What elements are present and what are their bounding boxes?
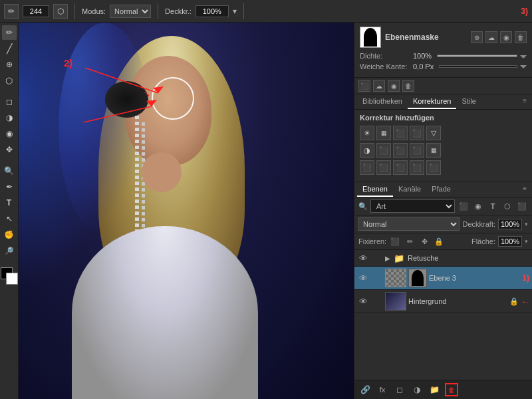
tool-line[interactable]: ╱ [2,41,17,56]
corr-icon-gradient-map[interactable]: ⬛ [410,160,424,175]
tab-bibliotheken[interactable]: Bibliotheken [357,94,408,109]
deckraft-dropdown[interactable]: ▾ [233,7,237,16]
corr-icon-color-balance[interactable]: ⬛ [393,143,408,158]
adj-icon-2[interactable]: ☁ [373,80,385,92]
layer-hintergrund[interactable]: 👁 Hintergrund 🔒 ← [354,290,532,313]
tool-pen[interactable]: ✒ [2,180,17,194]
tab-pfade[interactable]: Pfade [426,182,456,197]
lock-move-icon[interactable]: ✥ [418,235,430,247]
brush-options-icon[interactable]: ⬡ [53,4,68,19]
tool-stamp[interactable]: ⊕ [2,57,17,72]
ebene3-badge: 1) [522,273,529,283]
retusche-visibility[interactable]: 👁 [357,252,369,264]
deckraft-input[interactable]: 100% [196,5,229,17]
hintergrund-visibility[interactable]: 👁 [357,295,369,307]
adj-icon-4[interactable]: 🗑 [402,80,414,92]
modus-select[interactable]: Normal [110,5,151,18]
layers-panel-collapse[interactable]: ≡ [520,182,529,197]
deckraft-label: Deckkr.: [165,7,192,15]
corr-icon-posterize[interactable]: ⬛ [393,160,408,175]
layers-type-select[interactable]: Art [370,200,455,213]
canvas-area[interactable]: → 2) [19,23,354,399]
flaeche-label: Fläche: [471,237,495,245]
left-toolbox: ✏ ╱ ⊕ ⬡ ◻ ◑ ◉ ✥ 🔍 ✒ T ↖ ✊ 🔎 [0,23,19,399]
effects-icon[interactable]: ⬛ [516,200,528,212]
lock-transparent-icon[interactable]: ⬛ [389,235,401,247]
corr-icon-selective-color[interactable]: ⬛ [426,160,441,175]
adjust-icon[interactable]: ⬡ [501,200,513,212]
tab-stile[interactable]: Stile [456,94,481,109]
tool-zoom[interactable]: 🔍 [2,164,17,178]
fg-bg-colors[interactable] [1,267,18,285]
flaeche-dropdown[interactable]: ▾ [525,238,528,245]
brush-size-input[interactable]: 244 [23,5,49,17]
group-expand-arrow[interactable]: ▶ [385,255,390,262]
opacity-dropdown[interactable]: ▾ [525,221,528,227]
weiche-kante-value: 0,0 Px [413,63,434,70]
tab-kanaele[interactable]: Kanäle [393,182,426,197]
opacity-input[interactable]: 100% [498,219,522,229]
tool-healing[interactable]: ⬡ [2,73,17,88]
properties-title: Ebenenmaske [385,33,439,42]
blend-mode-select[interactable]: Normal [358,217,460,231]
corr-icon-exposure[interactable]: ⬛ [410,126,424,140]
layer-group-retusche[interactable]: 👁 ▶ 📁 Retusche [354,250,532,267]
lock-brush-icon[interactable]: ✏ [404,235,416,247]
upper-panel-collapse[interactable]: ≡ [520,94,529,109]
neck-shape [142,152,182,192]
dichte-slider[interactable] [437,55,517,57]
footer-fx-icon[interactable]: fx [376,383,389,396]
lock-all-icon[interactable]: 🔒 [433,235,445,247]
footer-link-icon[interactable]: 🔗 [358,383,372,396]
separator-3 [243,3,244,19]
prop-icon-4[interactable]: 🗑 [515,31,527,43]
right-panel: Ebenenmaske ⊕ ☁ ◉ 🗑 Dichte: 100% Weiche … [354,23,532,399]
footer-folder-icon[interactable]: 📁 [428,383,441,396]
tab-ebenen[interactable]: Ebenen [357,182,393,197]
corr-icon-threshold[interactable]: ⬛ [376,160,391,175]
weiche-kante-slider-handle[interactable] [520,65,527,68]
new-group-icon[interactable]: ⬛ [458,200,469,212]
adj-icon-3[interactable]: ◉ [388,80,400,92]
prop-icon-1[interactable]: ⊕ [471,31,483,43]
footer-adjustment-icon[interactable]: ◑ [410,383,424,396]
background-color[interactable] [6,273,18,285]
corr-icon-invert[interactable]: ⬛ [360,160,374,175]
layers-footer: 🔗 fx ◻ ◑ 📁 🗑 [354,380,532,399]
tool-dodge[interactable]: ◉ [2,126,17,141]
tool-gradient[interactable]: ◑ [2,110,17,125]
corr-icon-levels[interactable]: ⬛ [393,126,408,140]
dichte-row: Dichte: 100% [360,52,527,60]
corr-icon-sat[interactable]: ⬛ [376,143,391,158]
tool-select[interactable]: ↖ [2,211,17,226]
brush-tool-icon[interactable]: ✏ [4,4,19,19]
link-icon[interactable]: ◉ [472,200,484,212]
corr-icon-photo-filter[interactable]: ⬛ [410,143,424,158]
layer-ebene3[interactable]: 👁 Ebene 3 1) [354,267,532,290]
footer-delete-icon[interactable]: 🗑 [445,383,458,396]
tab-korrekturen[interactable]: Korrekturen [408,94,456,109]
dichte-slider-handle[interactable] [520,55,527,59]
adj-icon-1[interactable]: ⬛ [358,80,370,92]
corr-icon-curves[interactable]: ▦ [376,126,391,140]
corr-icon-hue[interactable]: ◑ [360,143,374,158]
corrections-icons-row-2: ◑ ⬛ ⬛ ⬛ ▦ [360,143,527,158]
tool-hand[interactable]: ✊ [2,227,17,242]
tool-text[interactable]: T [2,196,17,210]
corr-icon-grid[interactable]: ▦ [426,143,441,158]
ebene3-visibility[interactable]: 👁 [357,272,369,284]
flaeche-input[interactable]: 100% [498,236,522,247]
text-icon[interactable]: T [487,200,499,212]
ebene3-name: Ebene 3 [429,274,517,282]
corr-icon-gradient[interactable]: ▽ [426,126,441,140]
corr-icon-brightness[interactable]: ☀ [360,126,374,140]
weiche-kante-slider[interactable] [439,65,517,68]
prop-icon-2[interactable]: ☁ [485,31,497,43]
tool-eraser[interactable]: ◻ [2,94,17,109]
tool-brush[interactable]: ✏ [2,25,17,40]
ebene3-thumb [385,269,406,287]
tool-path[interactable]: ✥ [2,142,17,157]
prop-icon-3[interactable]: ◉ [500,31,512,43]
tool-zoom2[interactable]: 🔎 [2,243,17,258]
footer-mask-icon[interactable]: ◻ [393,383,406,396]
